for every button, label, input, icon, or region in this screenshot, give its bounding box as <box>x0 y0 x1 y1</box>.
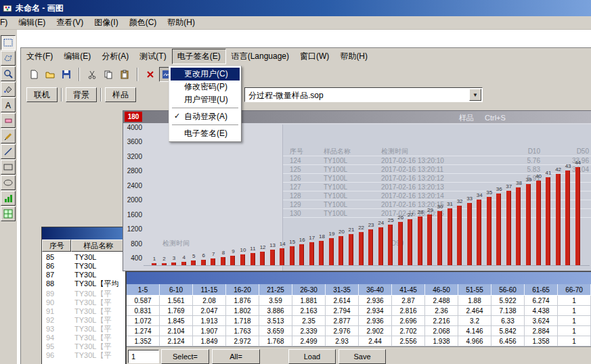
signature-menu-item-5[interactable]: ✓自动登录(A) <box>171 110 240 123</box>
line-tool[interactable] <box>1 144 16 159</box>
paint-menu-item-3[interactable]: 查看(V) <box>51 16 89 30</box>
grid-cell[interactable]: 1 <box>558 326 591 336</box>
eraser-tool[interactable] <box>1 113 16 128</box>
grid-cell[interactable]: 5.842 <box>491 326 525 336</box>
analyzer-menu-item-1[interactable]: 文件(F) <box>21 49 58 64</box>
grid-cell[interactable]: 1.561 <box>160 296 193 306</box>
copy-icon[interactable] <box>101 67 116 82</box>
grid-cell[interactable]: 6.456 <box>491 336 525 346</box>
grid-cell[interactable]: 1.938 <box>425 336 458 346</box>
grid-cell[interactable]: 1.876 <box>226 296 259 306</box>
grid-cell[interactable]: 1.768 <box>259 336 292 346</box>
grid-column-header-1[interactable]: 1-5 <box>127 284 160 296</box>
analyzer-menu-item-5[interactable]: 电子签名(E) <box>172 49 226 64</box>
grid-cell[interactable]: 1.274 <box>127 326 160 336</box>
grid-cell[interactable]: 2.216 <box>425 316 458 326</box>
grid-cell[interactable]: 1.88 <box>458 296 491 306</box>
grid-cell[interactable]: 2.816 <box>392 306 425 316</box>
grid-cell[interactable]: 2.902 <box>359 326 392 336</box>
sample-list-titlebar[interactable] <box>42 227 125 240</box>
grid-cell[interactable]: 2.877 <box>326 316 359 326</box>
grid-cell[interactable]: 2.934 <box>359 306 392 316</box>
grid-button-all[interactable]: All= <box>212 349 260 364</box>
paint-menu-item-1[interactable]: 文件(F) <box>0 16 13 30</box>
grid-cell[interactable]: 2.794 <box>326 306 359 316</box>
grid-cell[interactable]: 5.922 <box>491 296 525 306</box>
grid-cell[interactable]: 4.966 <box>458 336 491 346</box>
grid-cell[interactable]: 1.352 <box>127 336 160 346</box>
grid-cell[interactable]: 2.614 <box>326 296 359 306</box>
grid-column-header-9[interactable]: 41-45 <box>392 284 425 296</box>
sample-row[interactable]: 87TY30L <box>42 271 125 279</box>
grid-cell[interactable]: 0.587 <box>127 296 160 306</box>
paint-menu-item-2[interactable]: 编辑(E) <box>13 16 51 30</box>
grid-column-header-6[interactable]: 26-30 <box>292 284 326 296</box>
grid-cell[interactable]: 7.138 <box>491 306 525 316</box>
sample-header-1[interactable]: 序号 <box>42 240 71 252</box>
grid-cell[interactable]: 4.438 <box>525 306 558 316</box>
grid-cell[interactable]: 2.702 <box>392 326 425 336</box>
grid-cell[interactable]: 2.36 <box>425 306 458 316</box>
grid-cell[interactable]: 2.35 <box>292 316 326 326</box>
grid-cell[interactable]: 2.104 <box>160 326 193 336</box>
paint-titlebar[interactable]: 未命名 - 画图 <box>0 0 591 16</box>
paint-menu-item-5[interactable]: 颜色(C) <box>124 16 162 30</box>
mode-button-2[interactable]: 背景 <box>66 87 97 102</box>
grid-cell[interactable]: 3.513 <box>259 316 292 326</box>
mode-button-3[interactable]: 样品 <box>105 87 136 102</box>
grid-cell[interactable]: 1.358 <box>525 336 558 346</box>
grid-column-header-12[interactable]: 56-60 <box>491 284 525 296</box>
combo-dropdown-arrow[interactable]: ▼ <box>469 89 481 101</box>
magnifier-tool[interactable] <box>1 66 16 81</box>
grid-cell[interactable]: 2.972 <box>226 336 259 346</box>
sop-combobox[interactable]: 分过程-微量样品.sop ▼ <box>244 87 483 102</box>
grid-cell[interactable]: 3.2 <box>458 316 491 326</box>
signature-menu-item-3[interactable]: 用户管理(U) <box>171 93 240 106</box>
grid-cell[interactable]: 1 <box>558 316 591 326</box>
signature-menu-item-7[interactable]: 电子签名(E) <box>171 127 240 140</box>
grid-cell[interactable]: 1 <box>558 296 591 306</box>
grid-cell[interactable]: 1.763 <box>226 326 259 336</box>
grid-cell[interactable]: 1.881 <box>292 296 326 306</box>
grid-column-header-7[interactable]: 31-35 <box>326 284 359 296</box>
grid-cell[interactable]: 3.59 <box>259 296 292 306</box>
grid-cell[interactable]: 1.072 <box>127 316 160 326</box>
sample-row[interactable]: 88TY30L【平均 <box>42 279 125 288</box>
grid-cell[interactable]: 2.884 <box>525 326 558 336</box>
analyzer-menu-item-8[interactable]: 帮助(H) <box>334 49 373 64</box>
sample-row[interactable]: 86TY30L <box>42 262 125 271</box>
grid-cell[interactable]: 1 <box>558 336 591 346</box>
grid-cell[interactable]: 1.845 <box>160 316 193 326</box>
grid-cell[interactable]: 1.907 <box>193 326 226 336</box>
grid-cell[interactable]: 3.886 <box>259 306 292 316</box>
grid-button-select[interactable]: Select= <box>161 349 209 364</box>
grid-cell[interactable]: 3.659 <box>259 326 292 336</box>
grid-cell[interactable]: 2.976 <box>326 326 359 336</box>
grid-column-header-11[interactable]: 51-55 <box>458 284 491 296</box>
grid-cell[interactable]: 0.831 <box>127 306 160 316</box>
grid-cell[interactable]: 2.936 <box>359 296 392 306</box>
grid-cell[interactable]: 2.936 <box>359 316 392 326</box>
paste-icon[interactable] <box>117 67 132 82</box>
grid-column-header-13[interactable]: 61-65 <box>525 284 558 296</box>
chart-bars-tool[interactable] <box>1 191 16 206</box>
grid-cell[interactable]: 2.44 <box>359 336 392 346</box>
grid-cell[interactable]: 2.87 <box>392 296 425 306</box>
paint-menu-item-4[interactable]: 图像(I) <box>89 16 123 30</box>
grid-column-header-5[interactable]: 21-25 <box>259 284 292 296</box>
grid-cell[interactable]: 1 <box>558 306 591 316</box>
grid-cell[interactable]: 2.339 <box>292 326 326 336</box>
grid-cell[interactable]: 2.047 <box>193 306 226 316</box>
grid-cell[interactable]: 2.556 <box>392 336 425 346</box>
grid-cell[interactable]: 2.08 <box>193 296 226 306</box>
select-rect-tool[interactable] <box>1 35 16 50</box>
grid-column-header-8[interactable]: 36-40 <box>359 284 392 296</box>
signature-menu-item-1[interactable]: 更改用户(C) <box>171 68 240 81</box>
analyzer-menu-item-4[interactable]: 测试(T) <box>134 49 171 64</box>
grid-column-header-3[interactable]: 11-15 <box>193 284 226 296</box>
analyzer-menu-item-3[interactable]: 分析(A) <box>96 49 134 64</box>
grid-button-load[interactable]: Load <box>288 349 336 364</box>
grid-cell[interactable]: 2.163 <box>292 306 326 316</box>
grid-cell[interactable]: 1.802 <box>226 306 259 316</box>
open-icon[interactable] <box>43 67 58 82</box>
